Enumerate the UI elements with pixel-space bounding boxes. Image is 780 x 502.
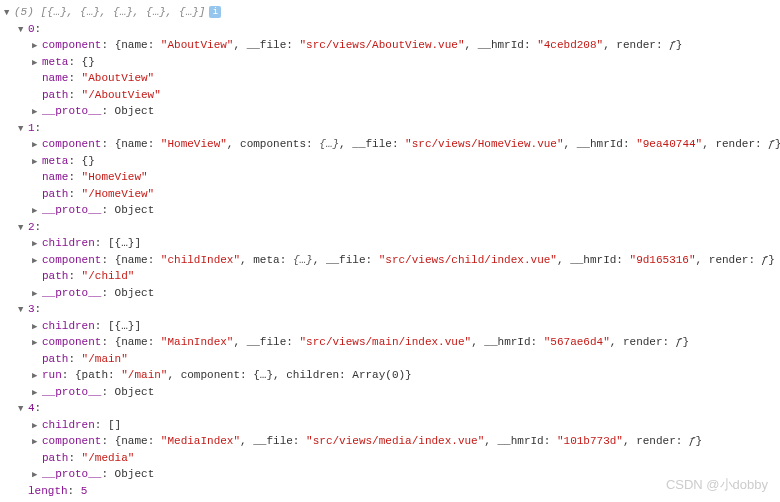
expand-arrow-icon[interactable]: [32, 156, 42, 170]
index-label: 0: [28, 23, 35, 35]
array-count: (5): [14, 6, 34, 18]
path-prop: path: "/child": [4, 268, 776, 285]
array-header[interactable]: (5) [{…}, {…}, {…}, {…}, {…}]i: [4, 4, 776, 21]
array-preview: [{…}, {…}, {…}, {…}, {…}]: [40, 6, 205, 18]
expand-arrow-icon[interactable]: [32, 370, 42, 384]
array-item[interactable]: 2:: [4, 219, 776, 236]
children-prop[interactable]: children: [{…}]: [4, 235, 776, 252]
index-label: 4: [28, 402, 35, 414]
watermark: CSDN @小dobby: [666, 475, 768, 495]
component-prop[interactable]: component: {name: "HomeView", components…: [4, 136, 776, 153]
component-value: {name: "AboutView", __file: "src/views/A…: [115, 39, 683, 51]
expand-arrow-icon[interactable]: [32, 57, 42, 71]
expand-arrow-icon[interactable]: [32, 436, 42, 450]
component-value: {name: "childIndex", meta: {…}, __file: …: [115, 254, 775, 266]
expand-arrow-icon[interactable]: [32, 106, 42, 120]
component-value: {name: "MediaIndex", __file: "src/views/…: [115, 435, 703, 447]
meta-prop[interactable]: meta: {}: [4, 54, 776, 71]
children-prop[interactable]: children: []: [4, 417, 776, 434]
expand-arrow-icon[interactable]: [18, 304, 28, 318]
component-prop[interactable]: component: {name: "AboutView", __file: "…: [4, 37, 776, 54]
array-item[interactable]: 4:: [4, 400, 776, 417]
index-label: 3: [28, 303, 35, 315]
expand-arrow-icon[interactable]: [32, 387, 42, 401]
expand-arrow-icon[interactable]: [4, 7, 14, 21]
path-prop: path: "/AboutView": [4, 87, 776, 104]
expand-arrow-icon[interactable]: [32, 337, 42, 351]
expand-arrow-icon[interactable]: [18, 222, 28, 236]
component-prop[interactable]: component: {name: "MediaIndex", __file: …: [4, 433, 776, 450]
expand-arrow-icon[interactable]: [18, 403, 28, 417]
proto-prop[interactable]: __proto__: Object: [4, 285, 776, 302]
name-prop: name: "AboutView": [4, 70, 776, 87]
proto-prop[interactable]: __proto__: Object: [4, 202, 776, 219]
name-prop: name: "HomeView": [4, 169, 776, 186]
component-value: {name: "MainIndex", __file: "src/views/m…: [115, 336, 689, 348]
expand-arrow-icon[interactable]: [32, 255, 42, 269]
meta-prop[interactable]: meta: {}: [4, 153, 776, 170]
expand-arrow-icon[interactable]: [32, 321, 42, 335]
component-value: {name: "HomeView", components: {…}, __fi…: [115, 138, 780, 150]
index-label: 1: [28, 122, 35, 134]
component-prop[interactable]: component: {name: "childIndex", meta: {……: [4, 252, 776, 269]
expand-arrow-icon[interactable]: [32, 40, 42, 54]
path-prop: path: "/HomeView": [4, 186, 776, 203]
expand-arrow-icon[interactable]: [32, 420, 42, 434]
expand-arrow-icon[interactable]: [32, 469, 42, 483]
expand-arrow-icon[interactable]: [32, 139, 42, 153]
children-prop[interactable]: children: [{…}]: [4, 318, 776, 335]
info-icon[interactable]: i: [209, 6, 221, 18]
proto-prop[interactable]: __proto__: Object: [4, 103, 776, 120]
array-item[interactable]: 0:: [4, 21, 776, 38]
length-prop: length: 5: [4, 483, 776, 500]
array-item[interactable]: 3:: [4, 301, 776, 318]
run-prop[interactable]: run: {path: "/main", component: {…}, chi…: [4, 367, 776, 384]
expand-arrow-icon[interactable]: [32, 238, 42, 252]
expand-arrow-icon[interactable]: [32, 288, 42, 302]
array-item[interactable]: 1:: [4, 120, 776, 137]
expand-arrow-icon[interactable]: [18, 123, 28, 137]
proto-prop[interactable]: __proto__: Object: [4, 384, 776, 401]
path-prop: path: "/media": [4, 450, 776, 467]
index-label: 2: [28, 221, 35, 233]
component-prop[interactable]: component: {name: "MainIndex", __file: "…: [4, 334, 776, 351]
expand-arrow-icon[interactable]: [18, 24, 28, 38]
proto-prop[interactable]: __proto__: Object: [4, 466, 776, 483]
path-prop: path: "/main": [4, 351, 776, 368]
expand-arrow-icon[interactable]: [32, 205, 42, 219]
